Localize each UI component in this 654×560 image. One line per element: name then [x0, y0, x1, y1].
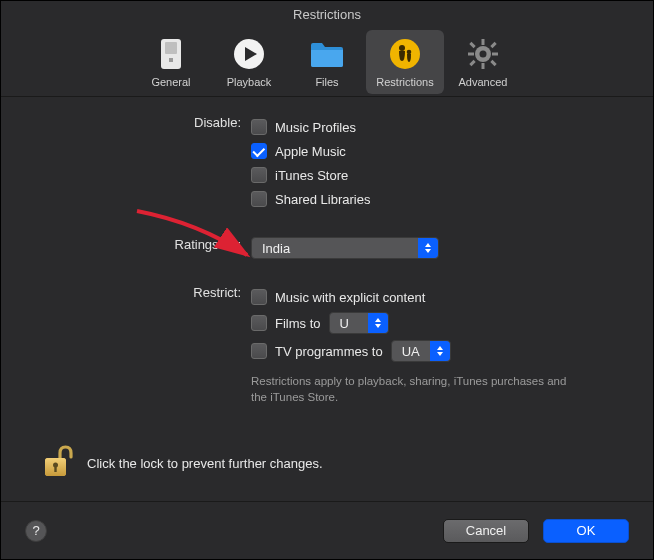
svg-rect-21	[54, 466, 56, 472]
checkbox-label: TV programmes to	[275, 344, 383, 359]
lock-row: Click the lock to prevent further change…	[41, 444, 323, 483]
checkbox-label: iTunes Store	[275, 168, 348, 183]
checkbox-label: Music with explicit content	[275, 290, 425, 305]
checkbox[interactable]	[251, 143, 267, 159]
checkbox[interactable]	[251, 289, 267, 305]
svg-rect-1	[165, 42, 177, 54]
popup-value: UA	[402, 344, 420, 359]
svg-rect-12	[492, 53, 498, 56]
tab-files[interactable]: Files	[288, 30, 366, 94]
help-button[interactable]: ?	[25, 520, 47, 542]
ratings-heading: Ratings for:	[41, 237, 251, 252]
svg-point-7	[407, 50, 412, 55]
chevron-updown-icon	[368, 313, 388, 333]
window-title: Restrictions	[1, 1, 653, 26]
restrict-explicit[interactable]: Music with explicit content	[251, 285, 613, 309]
disable-heading: Disable:	[41, 115, 251, 130]
disable-music-profiles[interactable]: Music Profiles	[251, 115, 613, 139]
lock-text: Click the lock to prevent further change…	[87, 456, 323, 471]
tab-playback[interactable]: Playback	[210, 30, 288, 94]
play-icon	[229, 34, 269, 74]
checkbox[interactable]	[251, 167, 267, 183]
disable-shared-libraries[interactable]: Shared Libraries	[251, 187, 613, 211]
chevron-updown-icon	[430, 341, 450, 361]
tab-label: General	[151, 76, 190, 88]
checkbox[interactable]	[251, 191, 267, 207]
restrict-tv[interactable]: TV programmes to UA	[251, 337, 613, 365]
preferences-toolbar: General Playback Files Restrictions Adva…	[1, 26, 653, 97]
lock-open-icon[interactable]	[41, 444, 73, 483]
ratings-country-select[interactable]: India	[251, 237, 439, 259]
checkbox-label: Music Profiles	[275, 120, 356, 135]
ok-button[interactable]: OK	[543, 519, 629, 543]
popup-value: India	[262, 241, 290, 256]
films-rating-select[interactable]: U	[329, 312, 389, 334]
gear-icon	[463, 34, 503, 74]
popup-value: U	[340, 316, 349, 331]
tab-label: Playback	[227, 76, 272, 88]
restrict-row: Restrict: Music with explicit content Fi…	[41, 285, 613, 405]
svg-point-5	[390, 39, 420, 69]
svg-rect-9	[482, 39, 485, 45]
ratings-row: Ratings for: India	[41, 237, 613, 259]
folder-icon	[307, 34, 347, 74]
checkbox-label: Shared Libraries	[275, 192, 370, 207]
checkbox[interactable]	[251, 119, 267, 135]
checkbox-label: Apple Music	[275, 144, 346, 159]
svg-rect-16	[490, 60, 496, 66]
svg-rect-15	[469, 60, 475, 66]
tab-label: Files	[315, 76, 338, 88]
content-pane: Disable: Music Profiles Apple Music iTun…	[1, 97, 653, 421]
svg-rect-14	[490, 42, 496, 48]
checkbox-label: Films to	[275, 316, 321, 331]
svg-rect-13	[469, 42, 475, 48]
restrict-films[interactable]: Films to U	[251, 309, 613, 337]
tab-label: Restrictions	[376, 76, 433, 88]
svg-rect-2	[169, 58, 173, 62]
restrict-note: Restrictions apply to playback, sharing,…	[251, 373, 571, 405]
checkbox[interactable]	[251, 343, 267, 359]
tab-label: Advanced	[459, 76, 508, 88]
tab-general[interactable]: General	[132, 30, 210, 94]
tab-restrictions[interactable]: Restrictions	[366, 30, 444, 94]
svg-point-6	[399, 45, 405, 51]
tv-rating-select[interactable]: UA	[391, 340, 451, 362]
chevron-updown-icon	[418, 238, 438, 258]
disable-row: Disable: Music Profiles Apple Music iTun…	[41, 115, 613, 211]
bottom-bar: ? Cancel OK	[1, 501, 653, 559]
parental-icon	[385, 34, 425, 74]
disable-apple-music[interactable]: Apple Music	[251, 139, 613, 163]
checkbox[interactable]	[251, 315, 267, 331]
tab-advanced[interactable]: Advanced	[444, 30, 522, 94]
svg-rect-10	[482, 63, 485, 69]
disable-itunes-store[interactable]: iTunes Store	[251, 163, 613, 187]
cancel-button[interactable]: Cancel	[443, 519, 529, 543]
restrict-heading: Restrict:	[41, 285, 251, 300]
svg-point-17	[480, 51, 487, 58]
svg-rect-11	[468, 53, 474, 56]
switch-icon	[151, 34, 191, 74]
